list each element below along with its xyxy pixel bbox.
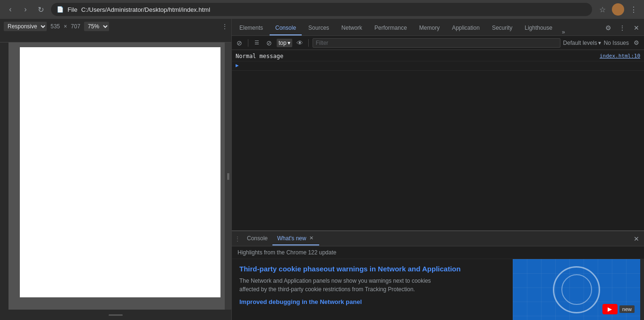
star-button[interactable]: ☆ xyxy=(596,3,609,16)
tab-network[interactable]: Network xyxy=(336,21,368,35)
browser-chrome: ‹ › ↻ 📄 File C:/Users/Administrator/Desk… xyxy=(0,0,644,19)
zoom-select[interactable]: 75% xyxy=(84,22,109,31)
console-filter-input[interactable] xyxy=(313,38,560,48)
tab-security[interactable]: Security xyxy=(486,21,518,35)
default-levels-button[interactable]: Default levels ▾ xyxy=(563,40,601,46)
console-caret-row: ▶ xyxy=(232,61,644,71)
console-output[interactable]: Normal message index.html:10 ▶ xyxy=(232,50,644,230)
whatsnew-subtitle: Improved debugging in the Network panel xyxy=(239,298,505,305)
console-caret-icon: ▶ xyxy=(236,62,239,68)
console-gear-button[interactable]: ⚙ xyxy=(632,38,641,48)
console-toggle-button[interactable]: ☰ xyxy=(252,38,262,48)
whatsnew-thumbnail: ▶ new xyxy=(513,259,640,320)
levels-label: Default levels xyxy=(563,40,597,46)
tab-console[interactable]: Console xyxy=(270,21,302,35)
whatsnew-tab-bar: ⋮ Console What's new ✕ ✕ xyxy=(232,231,644,246)
context-dropdown[interactable]: top ▾ xyxy=(277,39,292,47)
preview-bottom xyxy=(0,310,231,320)
toolbar-separator-2 xyxy=(308,39,309,47)
nav-buttons: ‹ › ↻ xyxy=(4,3,47,16)
tab-application[interactable]: Application xyxy=(446,21,485,35)
preview-panel: Responsive 535 × 707 75% ⋮ ‖ xyxy=(0,19,231,320)
toolbar-separator-1 xyxy=(248,39,248,47)
dims-separator: × xyxy=(64,23,67,30)
whatsnew-panel-close[interactable]: ✕ xyxy=(632,234,641,244)
toolbar-more-button[interactable]: ⋮ xyxy=(222,23,228,30)
file-icon: 📄 xyxy=(57,6,64,13)
more-tabs-button[interactable]: » xyxy=(560,29,567,35)
browser-actions: ☆ ⋮ xyxy=(596,3,640,16)
thumb-play-area: ▶ new xyxy=(602,304,635,314)
main-area: Responsive 535 × 707 75% ⋮ ‖ xyxy=(0,19,644,320)
devtools-tabs: Elements Console Sources Network Perform… xyxy=(232,19,644,36)
whatsnew-panel: ⋮ Console What's new ✕ ✕ Highlights from… xyxy=(232,230,644,320)
bottom-whatsnew-tab[interactable]: What's new ✕ xyxy=(272,232,319,245)
more-button[interactable]: ⋮ xyxy=(627,3,640,16)
address-bar[interactable]: 📄 File C:/Users/Administrator/Desktop/ht… xyxy=(51,3,592,16)
address-file-label: File xyxy=(68,6,77,13)
whatsnew-tab-label: What's new xyxy=(277,235,306,242)
eye-button[interactable]: 👁 xyxy=(295,38,305,48)
new-badge: new xyxy=(619,305,635,313)
no-issues-button[interactable]: No Issues xyxy=(604,40,629,46)
tab-memory[interactable]: Memory xyxy=(414,21,445,35)
youtube-play-button[interactable]: ▶ xyxy=(602,304,618,314)
height-value: 707 xyxy=(71,23,80,30)
panel-drag-handle: ⋮ xyxy=(235,236,240,242)
devtools-icon-buttons: ⚙ ⋮ ✕ xyxy=(602,22,642,35)
ruler-horizontal xyxy=(0,34,231,42)
address-path: C:/Users/Administrator/Desktop/html/inde… xyxy=(81,6,210,13)
thumb-circle-outer xyxy=(553,266,600,313)
resize-handle-vertical[interactable]: ‖ xyxy=(225,42,231,310)
reload-button[interactable]: ↻ xyxy=(34,3,47,16)
console-message-text: Normal message xyxy=(236,53,640,59)
ruler-vertical xyxy=(0,42,8,310)
devtools-menu-button[interactable]: ⋮ xyxy=(617,22,628,34)
responsive-toolbar: Responsive 535 × 707 75% ⋮ xyxy=(0,19,231,34)
console-block-button[interactable]: ⊘ xyxy=(264,38,274,48)
whatsnew-header: Highlights from the Chrome 122 update xyxy=(232,246,644,259)
forward-button[interactable]: › xyxy=(19,3,32,16)
width-value: 535 xyxy=(51,23,60,30)
tab-elements[interactable]: Elements xyxy=(234,21,269,35)
levels-arrow: ▾ xyxy=(598,40,601,46)
console-message-link[interactable]: index.html:10 xyxy=(600,53,640,59)
resize-icon: ‖ xyxy=(227,172,230,180)
context-arrow: ▾ xyxy=(288,40,290,46)
tab-lighthouse[interactable]: Lighthouse xyxy=(519,21,558,35)
whatsnew-content: Third-party cookie phaseout warnings in … xyxy=(232,259,644,320)
whatsnew-header-text: Highlights from the Chrome 122 update xyxy=(237,249,336,256)
preview-viewport: ‖ xyxy=(8,42,231,310)
dimensions-select[interactable]: Responsive xyxy=(4,22,47,31)
console-message-row: Normal message index.html:10 xyxy=(232,52,644,61)
bottom-handle[interactable] xyxy=(109,314,123,316)
console-clear-button[interactable]: ⊘ xyxy=(235,38,244,48)
devtools-close-button[interactable]: ✕ xyxy=(631,22,642,34)
devtools-panel: Elements Console Sources Network Perform… xyxy=(231,19,644,320)
whatsnew-scrollbar[interactable] xyxy=(640,259,644,320)
back-button[interactable]: ‹ xyxy=(4,3,17,16)
preview-content: ‖ xyxy=(0,42,231,310)
whatsnew-text: Third-party cookie phaseout warnings in … xyxy=(232,259,513,320)
console-toolbar: ⊘ ☰ ⊘ top ▾ 👁 Default levels ▾ No Issues… xyxy=(232,36,644,50)
tab-performance[interactable]: Performance xyxy=(369,21,413,35)
whatsnew-tab-close[interactable]: ✕ xyxy=(308,235,314,241)
whatsnew-body: The Network and Application panels now s… xyxy=(239,277,505,294)
profile-avatar[interactable] xyxy=(612,3,624,16)
ruler-ticks xyxy=(0,34,231,42)
bottom-console-tab[interactable]: Console xyxy=(242,232,272,245)
tab-sources[interactable]: Sources xyxy=(303,21,335,35)
context-label: top xyxy=(279,40,287,46)
devtools-settings-button[interactable]: ⚙ xyxy=(602,22,614,34)
whatsnew-title: Third-party cookie phaseout warnings in … xyxy=(239,265,505,273)
page-frame xyxy=(20,47,220,297)
